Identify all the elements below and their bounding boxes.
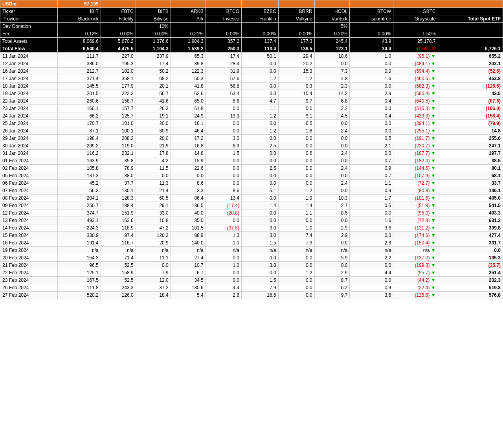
data-row-1-col-5: 28.4 [206,60,241,68]
data-row-17-col-2: 37.7 [101,180,136,187]
data-row-21-col-9: 0.0 [350,209,393,217]
data-row-15-col-11: 80.1 [438,165,503,172]
date-cell-25: 16 Feb 2024 [0,239,58,247]
data-row-21: 12 Feb 2024374.7151.933.040.0(20.8)0.01.… [0,209,503,217]
data-row-15-col-6: 2.5 [242,165,279,172]
data-row-7-col-4: 61.8 [171,105,206,112]
data-row-25-col-10: (150.4) ▼ [393,239,438,247]
data-row-24: 15 Feb 2024330.997.4120.288.91.33.07.42.… [0,232,503,239]
data-row-15-col-2: 78.9 [101,165,136,172]
data-row-8-col-1: 66.2 [57,112,101,120]
date-cell-3: 17 Jan 2024 [0,75,58,83]
data-row-23-col-1: 224.3 [57,224,101,232]
meta-row-1-col-11: Total Spot ETF [438,15,503,23]
data-row-0-col-3: 237.9 [136,53,171,60]
data-row-5-col-3: 56.7 [136,90,171,97]
data-row-20-col-9: 0.5 [350,202,393,209]
data-row-14-col-6: 0.0 [242,157,279,165]
data-row-0-col-8: 10.6 [314,53,350,60]
data-row-29-col-5: 0.0 [206,269,241,277]
data-row-22-col-1: 493.1 [57,217,101,224]
header-empty-8 [314,0,350,8]
data-row-16-col-10: (107.9) ▼ [393,172,438,180]
data-row-0-col-4: 65.3 [171,53,206,60]
data-row-6: 22 Jan 2024260.6158.741.665.05.64.79.76.… [0,97,503,105]
meta-row-1-col-0: Provider [0,15,58,23]
data-row-14-col-10: (182.0) ▼ [393,157,438,165]
data-row-13-col-1: 116.2 [57,150,101,157]
data-row-18-col-5: 8.6 [206,187,241,195]
data-row-29-col-7: 1.2 [278,269,314,277]
data-row-17-col-10: (72.7) ▼ [393,180,438,187]
meta-row-1-col-9: isdomtree [350,15,393,23]
data-row-10-col-2: 100.1 [101,127,136,135]
data-row-22-col-11: 631.2 [438,217,503,224]
etf-flow-table: USDm57,199TickerIBITFBTCBITBARKBBTCOEZBC… [0,0,503,299]
data-row-21-col-11: 493.3 [438,209,503,217]
data-row-12-col-9: 2.1 [350,142,393,150]
data-row-14: 01 Feb 2024163.935.84.215.90.00.00.00.00… [0,157,503,165]
data-row-10-col-7: 1.8 [278,127,314,135]
data-row-32-col-8: 9.7 [314,292,350,299]
data-row-11-col-7: 0.0 [278,135,314,142]
meta-row-4-col-5: 357.2 [206,38,241,45]
data-row-6-col-5: 5.6 [206,97,241,105]
data-row-20-col-10: (51.8) ▼ [393,202,438,209]
data-row-30-col-11: 232.3 [438,277,503,284]
data-row-14-col-5: 0.0 [206,157,241,165]
data-row-25-col-6: 1.5 [242,239,279,247]
total-flow-col-11: 6,726.1 [438,45,503,53]
data-row-20-col-1: 250.7 [57,202,101,209]
data-row-7-col-10: (515.3) ▼ [393,105,438,112]
meta-row-2-col-4 [171,23,206,30]
data-row-14-col-3: 4.2 [136,157,171,165]
data-row-13-col-5: 1.5 [206,150,241,157]
meta-row-2-col-5 [206,23,241,30]
data-row-22-col-7: 0.0 [278,217,314,224]
meta-row-2-col-0: Dev Donation [0,23,58,30]
data-row-30-col-8: 8.7 [314,277,350,284]
meta-row-1-col-1: Blackrock [57,15,101,23]
meta-row-1: ProviderBlackrockFidelityBitwiseArkInves… [0,15,503,23]
data-row-4-col-1: 145.5 [57,83,101,90]
data-row-21-col-8: 8.5 [314,209,350,217]
data-row-23-col-11: 339.8 [438,224,503,232]
data-row-9-col-5: 0.0 [206,120,241,127]
data-row-17-col-1: 45.2 [57,180,101,187]
data-row-12-col-2: 119.0 [101,142,136,150]
header-empty-7 [278,0,314,8]
data-row-0-col-1: 111.7 [57,53,101,60]
data-row-29-col-6: 0.0 [242,269,279,277]
data-row-18-col-7: 1.2 [278,187,314,195]
data-row-29: 22 Feb 2024125.1158.97.96.70.00.01.22.94… [0,269,503,277]
meta-row-1-col-7: Valkyrie [278,15,314,23]
data-row-25-col-3: 20.9 [136,239,171,247]
data-row-32-col-7: 0.0 [278,292,314,299]
data-row-31-col-11: 519.8 [438,284,503,292]
data-row-9-col-6: 0.0 [242,120,279,127]
total-flow-col-8: 123.1 [314,45,350,53]
data-row-27-col-11: 135.3 [438,254,503,262]
data-row-10-col-3: 30.9 [136,127,171,135]
data-row-0-col-11: 655.2 [438,53,503,60]
data-row-11-col-2: 208.2 [101,135,136,142]
data-row-3-col-6: 1.2 [242,75,279,83]
data-row-18-col-10: (80.8) ▼ [393,187,438,195]
date-cell-12: 30 Jan 2024 [0,142,58,150]
data-row-13-col-4: 14.8 [171,150,206,157]
data-row-11-col-9: 0.5 [350,135,393,142]
data-row-16-col-11: 68.1 [438,172,503,180]
data-row-23: 14 Feb 2024224.3118.947.2101.5(37.5)9.01… [0,224,503,232]
data-row-7-col-11: (106.0) [438,105,503,112]
data-row-27-col-5: 0.0 [206,254,241,262]
data-row-6-col-11: (87.5) [438,97,503,105]
data-row-6-col-8: 6.8 [314,97,350,105]
data-row-30-col-1: 167.5 [57,277,101,284]
data-row-5-col-6: 0.0 [242,90,279,97]
data-row-19-col-2: 128.3 [101,195,136,202]
data-row-2-col-6: 0.0 [242,68,279,75]
date-cell-22: 13 Feb 2024 [0,217,58,224]
data-row-9-col-1: 170.7 [57,120,101,127]
data-row-30-col-9: 0.0 [350,277,393,284]
data-row-31-col-6: 7.9 [242,284,279,292]
